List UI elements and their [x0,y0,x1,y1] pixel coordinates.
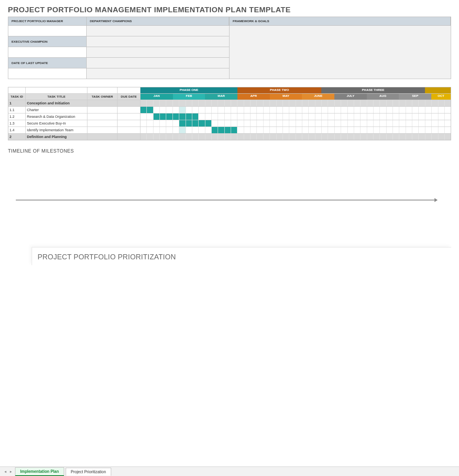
phase-header: PHASE ONE [140,87,237,93]
task-id: 1.4 [8,127,26,133]
month-header: MAR [205,94,237,100]
task-title: Secure Executive Buy-In [26,120,87,127]
val-update-r[interactable] [87,68,229,79]
task-owner[interactable] [87,134,118,140]
task-owner[interactable] [87,100,118,106]
month-header: MAY [270,94,302,100]
task-id: 1.1 [8,107,26,113]
task-owner[interactable] [87,107,118,113]
task-due[interactable] [118,120,140,127]
col-due: DUE DATE [118,94,140,100]
month-header: FEB [173,94,205,100]
label-framework-goals: FRAMEWORK & GOALS [230,17,451,25]
val-last-update[interactable] [8,68,87,79]
gantt-row[interactable]: 1.3Secure Executive Buy-In [8,120,451,127]
label-ppm: PROJECT PORTFOLIO MANAGER [8,17,87,25]
task-due[interactable] [118,113,140,120]
task-title: Conception and Initiation [26,100,87,106]
timeline-heading: TIMELINE OF MILESTONES [8,148,451,154]
month-header: AUG [367,94,399,100]
col-title: TASK TITLE [26,94,87,100]
val-ppm[interactable] [8,26,87,36]
val-exec-gray[interactable] [87,36,229,47]
label-last-update: DATE OF LAST UPDATE [8,58,87,68]
task-id: 1.3 [8,120,26,127]
prioritization-heading: PROJECT PORTFOLIO PRIORITIZATION [38,253,451,261]
task-title: Definition and Planning [26,134,87,140]
gantt-row[interactable]: 1Conception and Initiation [8,100,451,107]
col-owner: TASK OWNER [87,94,118,100]
month-header: JAN [140,94,173,100]
task-title: Identify Implementation Team [26,127,87,133]
gantt-row[interactable]: 1.4Identify Implementation Team [8,127,451,134]
task-owner[interactable] [87,113,118,120]
task-id: 1.2 [8,113,26,120]
gantt-row[interactable]: 1.2Research & Data Organization [8,113,451,120]
label-dept-champ: DEPARTMENT CHAMPIONS [87,17,229,25]
info-block: PROJECT PORTFOLIO MANAGER DEPARTMENT CHA… [8,17,451,79]
task-id: 2 [8,134,26,140]
task-due[interactable] [118,127,140,133]
col-id: TASK ID [8,94,26,100]
task-due[interactable] [118,134,140,140]
timeline-axis [16,200,435,200]
label-exec-champ: EXECUTIVE CHAMPION [8,36,87,47]
task-title: Research & Data Organization [26,113,87,120]
gantt-row[interactable]: 2Definition and Planning [8,134,451,140]
val-dept-champ[interactable] [87,26,229,36]
month-header: JULY [334,94,367,100]
phase-header: PHASE THREE [321,87,425,93]
phase-header [425,87,451,93]
month-header: SEP [399,94,431,100]
task-due[interactable] [118,100,140,106]
task-owner[interactable] [87,120,118,127]
milestone-timeline [16,156,451,243]
task-owner[interactable] [87,127,118,133]
page-title: PROJECT PORTFOLIO MANAGEMENT IMPLEMENTAT… [8,6,451,14]
val-framework-goals[interactable] [230,26,451,79]
month-header: APR [237,94,270,100]
phase-header: PHASE TWO [237,87,321,93]
month-header: OCT [431,94,451,100]
gantt-chart: PHASE ONEPHASE TWOPHASE THREETASK IDTASK… [8,87,451,140]
task-title: Charter [26,107,87,113]
month-header: JUNE [302,94,334,100]
prioritization-panel: PROJECT PORTFOLIO PRIORITIZATION [32,247,451,265]
val-update-gray[interactable] [87,58,229,68]
task-id: 1 [8,100,26,106]
val-exec-champ[interactable] [8,47,87,57]
task-due[interactable] [118,107,140,113]
val-exec-r[interactable] [87,47,229,57]
gantt-row[interactable]: 1.1Charter [8,107,451,113]
